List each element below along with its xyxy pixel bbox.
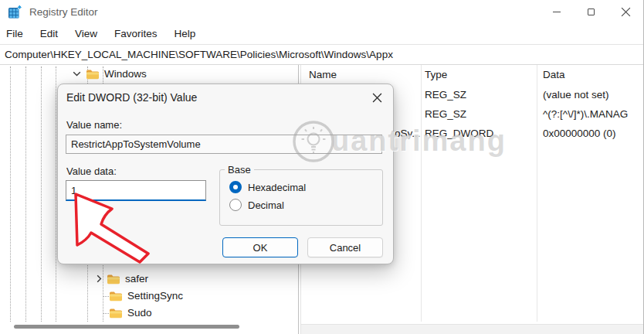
- window-title: Registry Editor: [29, 6, 98, 18]
- tree-item-windows[interactable]: Windows: [73, 66, 147, 82]
- tree-connector: [103, 313, 109, 314]
- row-data[interactable]: (value not set): [543, 89, 609, 101]
- radio-button-unselected[interactable]: [229, 199, 242, 211]
- tree-item-label: safer: [125, 273, 148, 285]
- tree-guide: [25, 66, 26, 322]
- dialog-title: Edit DWORD (32-bit) Value: [66, 91, 197, 104]
- tree-connector: [103, 296, 109, 297]
- column-separator[interactable]: [421, 65, 422, 322]
- radio-label: Decimal: [248, 199, 284, 211]
- tree-item-sudo[interactable]: Sudo: [109, 305, 152, 321]
- folder-icon: [86, 69, 100, 80]
- tree-item-label: Sudo: [127, 307, 152, 319]
- value-name-label: Value name:: [66, 119, 122, 131]
- row-type[interactable]: REG_SZ: [425, 108, 466, 120]
- tree-item-label: Windows: [104, 68, 147, 80]
- maximize-icon: [588, 9, 595, 15]
- menu-edit[interactable]: Edit: [32, 28, 66, 39]
- folder-icon: [109, 291, 123, 302]
- base-group-label: Base: [225, 164, 254, 176]
- radio-label: Hexadecimal: [248, 182, 306, 193]
- watermark-lightbulb-icon: [291, 119, 336, 167]
- title-bar: Registry Editor: [0, 0, 643, 23]
- maximize-button[interactable]: [574, 0, 608, 23]
- row-data[interactable]: ^(?:[^\/]*)\.MANAG: [543, 108, 628, 120]
- right-pane-scrollbar-track[interactable]: [301, 324, 643, 334]
- tree-guide: [10, 66, 11, 322]
- value-data-label: Value data:: [66, 165, 117, 177]
- menu-favorites[interactable]: Favorites: [106, 28, 166, 39]
- registry-editor-window: Registry Editor File Edit View Favorites…: [0, 0, 644, 334]
- address-bar[interactable]: Computer\HKEY_LOCAL_MACHINE\SOFTWARE\Pol…: [0, 44, 643, 65]
- radio-hexadecimal[interactable]: Hexadecimal: [229, 181, 382, 193]
- close-icon: [621, 7, 631, 17]
- annotation-arrow: [62, 189, 162, 269]
- column-header-data[interactable]: Data: [543, 69, 565, 80]
- tree-item-label: SettingSync: [127, 290, 183, 302]
- tree-guide: [56, 66, 56, 322]
- cancel-button[interactable]: Cancel: [307, 237, 383, 257]
- registry-path: Computer\HKEY_LOCAL_MACHINE\SOFTWARE\Pol…: [5, 49, 393, 60]
- chevron-right-icon: [97, 274, 102, 283]
- menu-file[interactable]: File: [0, 28, 32, 39]
- menu-help[interactable]: Help: [166, 28, 205, 39]
- column-header-name[interactable]: Name: [309, 69, 337, 80]
- menu-bar: File Edit View Favorites Help: [0, 23, 643, 44]
- registry-editor-icon: [8, 5, 22, 19]
- chevron-down-icon: [73, 71, 81, 77]
- column-separator[interactable]: [537, 65, 537, 322]
- menu-view[interactable]: View: [66, 28, 106, 39]
- dialog-close-button[interactable]: [369, 90, 385, 104]
- tree-item-safer[interactable]: safer: [97, 271, 148, 287]
- ok-button[interactable]: OK: [222, 237, 298, 257]
- minimize-button[interactable]: [539, 0, 574, 23]
- horizontal-scrollbar-thumb[interactable]: [14, 325, 239, 329]
- column-header-type[interactable]: Type: [425, 69, 447, 80]
- base-groupbox: Base Hexadecimal Decimal: [219, 164, 383, 226]
- close-button[interactable]: [608, 0, 643, 23]
- watermark-text: uantrimang: [331, 124, 507, 158]
- folder-icon: [107, 274, 120, 285]
- tree-guide: [41, 66, 42, 322]
- row-data[interactable]: 0x00000000 (0): [543, 128, 616, 139]
- radio-button-selected[interactable]: [229, 181, 242, 193]
- row-type[interactable]: REG_SZ: [425, 89, 466, 101]
- minimize-icon: [553, 12, 561, 12]
- radio-decimal[interactable]: Decimal: [229, 199, 382, 211]
- tree-item-settingsync[interactable]: SettingSync: [109, 288, 183, 304]
- folder-icon: [109, 308, 123, 319]
- close-icon: [372, 93, 382, 103]
